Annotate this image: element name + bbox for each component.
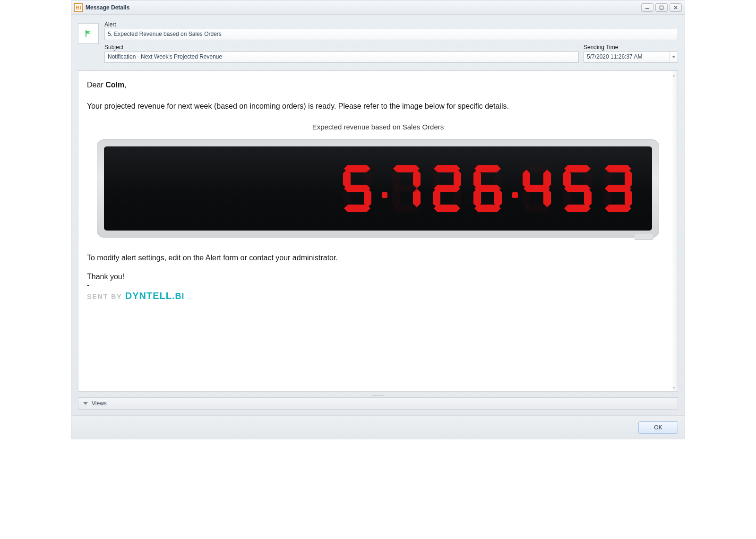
- svg-rect-1: [660, 6, 663, 9]
- svg-marker-48: [564, 185, 591, 192]
- dialog-button-row: OK: [71, 415, 685, 439]
- app-icon-letters: BI: [76, 5, 81, 10]
- message-body: ▴ ▾ Dear Colm, Your projected revenue fo…: [78, 70, 678, 392]
- svg-rect-34: [512, 192, 518, 198]
- brand-logo: DYNTELL.Bi: [125, 291, 185, 301]
- close-button[interactable]: [670, 3, 682, 12]
- subject-value: Notification - Next Week's Projected Rev…: [108, 53, 222, 60]
- splitter-grip[interactable]: ┉┉┉┉: [71, 394, 685, 397]
- maximize-button[interactable]: [655, 3, 668, 12]
- chevron-down-icon: [83, 400, 88, 407]
- thank-you: Thank you!: [87, 273, 669, 281]
- gauge-screen: [104, 146, 652, 231]
- header-area: Alert 5. Expected Revenue based on Sales…: [71, 15, 685, 66]
- svg-marker-11: [344, 185, 370, 192]
- alert-label: Alert: [104, 21, 678, 28]
- scroll-down-icon[interactable]: ▾: [671, 385, 677, 390]
- app-icon: BI: [74, 3, 83, 12]
- chart-title: Expected revenue based on Sales Orders: [87, 123, 669, 131]
- svg-rect-12: [382, 192, 387, 198]
- minimize-icon: [645, 5, 650, 10]
- svg-marker-41: [524, 185, 550, 192]
- footer-instruction: To modify alert settings, edit on the Al…: [87, 254, 669, 262]
- sending-time-field[interactable]: 5/7/2020 11:26:37 AM: [584, 51, 678, 63]
- scroll-up-icon[interactable]: ▴: [671, 72, 677, 77]
- subject-field[interactable]: Notification - Next Week's Projected Rev…: [104, 51, 579, 63]
- sending-time-label: Sending Time: [584, 44, 678, 51]
- sending-time-value: 5/7/2020 11:26:37 AM: [587, 53, 642, 60]
- alert-value: 5. Expected Revenue based on Sales Order…: [108, 31, 222, 37]
- svg-marker-19: [393, 185, 420, 192]
- brand-suffix: Bi: [175, 291, 184, 301]
- message-details-window: BI Message Details A: [71, 0, 685, 439]
- greeting-suffix: ,: [124, 81, 126, 89]
- dash-line: -: [87, 281, 669, 290]
- sent-by-label: SENT BY: [87, 293, 122, 300]
- alert-flag-box: [78, 23, 99, 44]
- flag-icon: [84, 29, 93, 38]
- svg-marker-26: [434, 185, 460, 192]
- window-title: Message Details: [86, 4, 641, 11]
- views-expander[interactable]: Views: [78, 397, 678, 410]
- gauge-value: [343, 151, 644, 226]
- message-text: Dear Colm, Your projected revenue for ne…: [87, 79, 669, 112]
- minimize-button[interactable]: [641, 3, 653, 12]
- chevron-down-icon[interactable]: [669, 52, 678, 62]
- recipient-name: Colm: [105, 81, 124, 89]
- ok-button[interactable]: OK: [638, 421, 678, 434]
- close-icon: [673, 5, 678, 10]
- window-buttons: [641, 3, 682, 12]
- intro-text: Your projected revenue for next week (ba…: [87, 101, 669, 112]
- alert-field[interactable]: 5. Expected Revenue based on Sales Order…: [104, 29, 678, 40]
- brand-main: DYNTELL: [125, 291, 172, 301]
- views-label: Views: [92, 400, 107, 407]
- titlebar: BI Message Details: [71, 0, 685, 15]
- subject-label: Subject: [104, 44, 579, 51]
- maximize-icon: [659, 5, 664, 10]
- svg-marker-33: [474, 185, 501, 192]
- greeting-prefix: Dear: [87, 81, 105, 89]
- svg-marker-55: [605, 185, 631, 192]
- revenue-gauge: [97, 139, 659, 238]
